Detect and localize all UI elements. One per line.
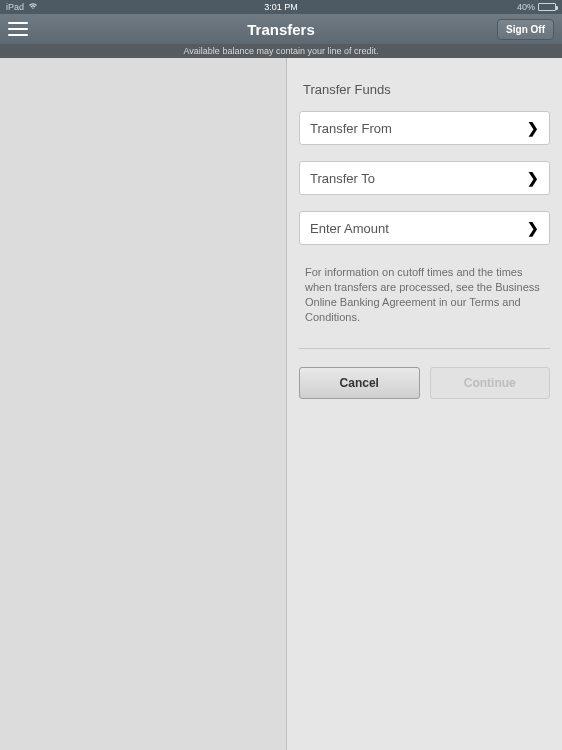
- device-label: iPad: [6, 2, 24, 12]
- status-time: 3:01 PM: [264, 2, 298, 12]
- info-text: For information on cutoff times and the …: [299, 261, 550, 324]
- transfer-from-select[interactable]: Transfer From ❯: [299, 111, 550, 145]
- wifi-icon: [28, 2, 38, 12]
- transfer-to-select[interactable]: Transfer To ❯: [299, 161, 550, 195]
- info-banner: Available balance may contain your line …: [0, 44, 562, 58]
- chevron-right-icon: ❯: [527, 120, 539, 136]
- nav-bar: Transfers Sign Off: [0, 14, 562, 44]
- right-pane: Transfer Funds Transfer From ❯ Transfer …: [287, 58, 562, 750]
- left-pane: [0, 58, 287, 750]
- continue-button: Continue: [430, 367, 551, 399]
- transfer-to-label: Transfer To: [310, 171, 375, 186]
- sign-off-button[interactable]: Sign Off: [497, 19, 554, 40]
- content: Transfer Funds Transfer From ❯ Transfer …: [0, 58, 562, 750]
- divider: [299, 348, 550, 349]
- transfer-from-label: Transfer From: [310, 121, 392, 136]
- chevron-right-icon: ❯: [527, 170, 539, 186]
- chevron-right-icon: ❯: [527, 220, 539, 236]
- page-title: Transfers: [247, 21, 315, 38]
- cancel-button[interactable]: Cancel: [299, 367, 420, 399]
- status-right: 40%: [517, 2, 556, 12]
- section-title: Transfer Funds: [303, 82, 550, 97]
- battery-pct: 40%: [517, 2, 535, 12]
- enter-amount-select[interactable]: Enter Amount ❯: [299, 211, 550, 245]
- status-left: iPad: [6, 2, 38, 12]
- menu-icon[interactable]: [8, 22, 28, 36]
- status-bar: iPad 3:01 PM 40%: [0, 0, 562, 14]
- button-row: Cancel Continue: [299, 367, 550, 399]
- enter-amount-label: Enter Amount: [310, 221, 389, 236]
- battery-icon: [538, 3, 556, 11]
